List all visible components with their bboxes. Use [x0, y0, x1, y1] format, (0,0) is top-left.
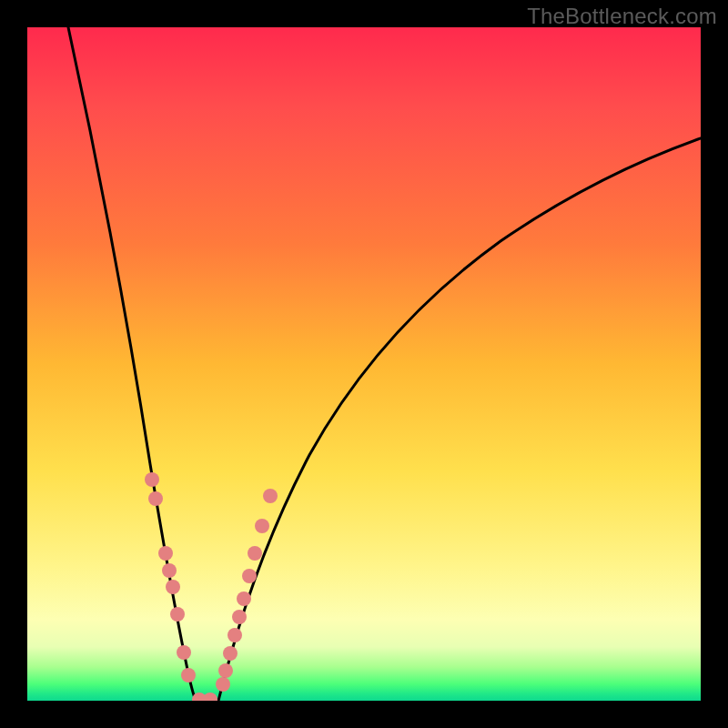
dot [145, 472, 159, 487]
dot [237, 592, 251, 606]
dot [223, 646, 238, 661]
dot [255, 519, 269, 533]
dot [218, 663, 233, 678]
dots-left-group [145, 472, 217, 701]
dot [177, 645, 191, 660]
dot [166, 580, 180, 594]
dot [242, 569, 257, 583]
dot [248, 546, 262, 561]
chart-frame: TheBottleneck.com [0, 0, 728, 728]
right-curve [218, 138, 701, 701]
dot [158, 546, 173, 561]
dot [232, 610, 247, 624]
dot [170, 607, 185, 622]
dot [216, 677, 230, 692]
left-curve [68, 27, 196, 701]
plot-area [27, 27, 701, 701]
dot [263, 489, 278, 503]
chart-svg [27, 27, 701, 701]
watermark-text: TheBottleneck.com [527, 4, 717, 29]
dots-right-group [216, 489, 278, 692]
dot [228, 628, 242, 642]
dot [162, 563, 177, 578]
dot [181, 668, 196, 682]
dot [148, 491, 163, 506]
dot [203, 693, 217, 701]
